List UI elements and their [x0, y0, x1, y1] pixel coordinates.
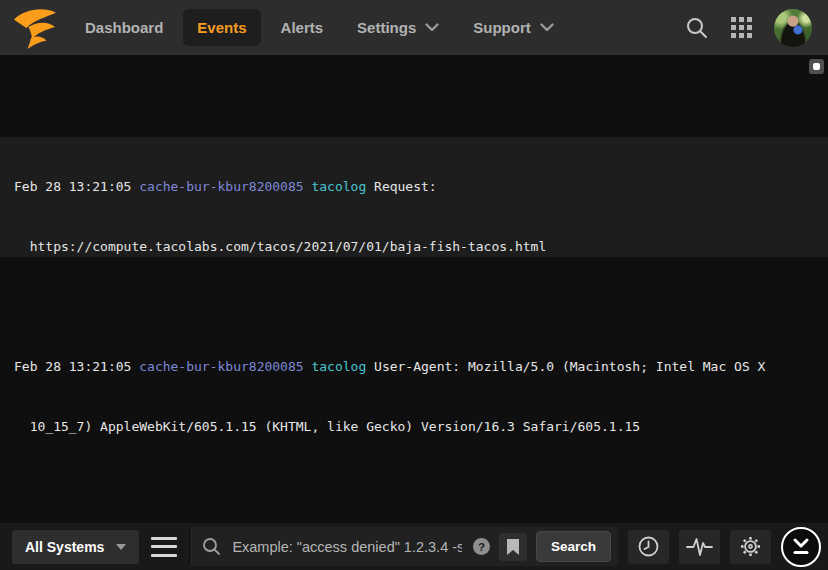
host-link[interactable]: cache-bur-kbur8200085 — [139, 359, 303, 374]
jump-to-bottom-icon — [791, 537, 811, 556]
chevron-down-icon — [425, 23, 439, 32]
program-link[interactable]: tacolog — [304, 359, 374, 374]
nav-item-support[interactable]: Support — [459, 9, 568, 46]
log-event[interactable]: Feb 28 13:21:06 cache-bur-kbur8200085 ta… — [0, 497, 828, 523]
host-link[interactable]: cache-bur-kbur8200085 — [139, 179, 303, 194]
search-box: ? Search — [189, 527, 618, 566]
nav-item-label: Dashboard — [85, 19, 163, 36]
gear-icon — [739, 535, 762, 558]
systems-selector-label: All Systems — [25, 539, 104, 555]
solarwinds-logo-icon — [12, 7, 58, 49]
jump-to-bottom-button[interactable] — [781, 527, 821, 567]
nav-item-label: Settings — [357, 19, 416, 36]
log-event[interactable]: Feb 28 13:21:05 cache-bur-kbur8200085 ta… — [0, 317, 828, 437]
bottom-bar: All Systems ? Search — [0, 523, 828, 570]
bookmark-icon — [506, 539, 520, 555]
help-icon[interactable]: ? — [473, 538, 490, 555]
app-grid-icon[interactable] — [731, 17, 752, 38]
search-input[interactable] — [230, 538, 464, 556]
activity-waveform-icon — [686, 536, 713, 558]
log-timestamp: Feb 28 13:21:05 — [14, 179, 139, 194]
systems-selector[interactable]: All Systems — [12, 530, 139, 564]
log-message: User-Agent: Mozilla/5.0 (Macintosh; Inte… — [374, 359, 765, 374]
chevron-down-icon — [540, 23, 554, 32]
program-link[interactable]: tacolog — [304, 179, 374, 194]
nav-item-label: Alerts — [281, 19, 324, 36]
log-event-continuation: https://compute.tacolabs.com/tacos/2021/… — [0, 237, 828, 257]
log-event[interactable]: Feb 28 13:21:05 cache-bur-kbur8200085 ta… — [0, 137, 828, 257]
bookmark-button[interactable] — [499, 533, 527, 561]
top-nav-right — [685, 9, 818, 47]
clock-icon — [637, 535, 660, 558]
log-timestamp: Feb 28 13:21:05 — [14, 359, 139, 374]
settings-button[interactable] — [730, 530, 771, 564]
chevron-down-icon — [116, 544, 126, 550]
scrollbar-thumb[interactable] — [809, 59, 824, 74]
nav-item-label: Support — [473, 19, 531, 36]
log-event-line: Feb 28 13:21:05 cache-bur-kbur8200085 ta… — [0, 177, 828, 197]
log-event-continuation: 10_15_7) AppleWebKit/605.1.15 (KHTML, li… — [0, 417, 828, 437]
search-button[interactable]: Search — [536, 531, 611, 562]
top-nav: Dashboard Events Alerts Settings Support — [0, 0, 828, 55]
log-stream: Feb 28 13:21:05 cache-bur-kbur8200085 ta… — [0, 97, 828, 523]
activity-button[interactable] — [679, 530, 720, 564]
nav-item-dashboard[interactable]: Dashboard — [71, 9, 177, 46]
search-icon[interactable] — [685, 16, 709, 40]
time-jump-button[interactable] — [628, 530, 669, 564]
menu-icon[interactable] — [151, 537, 177, 557]
log-message: Request: — [374, 179, 437, 194]
user-avatar[interactable] — [774, 9, 812, 47]
magnifier-icon — [202, 537, 221, 556]
nav-item-settings[interactable]: Settings — [343, 9, 453, 46]
nav-item-label: Events — [197, 19, 246, 36]
nav-item-alerts[interactable]: Alerts — [267, 9, 338, 46]
log-viewer: Feb 28 13:21:05 cache-bur-kbur8200085 ta… — [0, 55, 828, 523]
log-event-line: Feb 28 13:21:05 cache-bur-kbur8200085 ta… — [0, 357, 828, 377]
nav-item-events[interactable]: Events — [183, 9, 260, 46]
